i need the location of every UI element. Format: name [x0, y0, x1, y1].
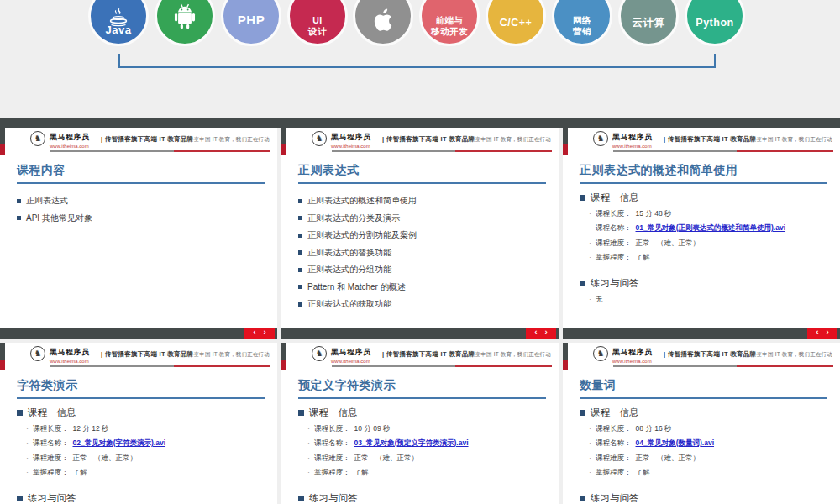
divider-band: [0, 118, 840, 128]
video-file-link[interactable]: 04_常见对象(数量词).avi: [636, 438, 715, 449]
slide-thumbnail-6[interactable]: ♞ 黑马程序员 www.itheima.com | 传智播客旗下高端 IT 教育…: [563, 343, 840, 504]
slide-nav[interactable]: ‹ ›: [244, 328, 275, 339]
prev-arrow-icon[interactable]: ‹: [534, 328, 537, 337]
prev-arrow-icon[interactable]: ‹: [816, 328, 818, 337]
slide-title: 数量词: [580, 378, 827, 393]
video-file-link[interactable]: 01_常见对象(正则表达式的概述和简单使用).avi: [636, 223, 786, 234]
square-bullet-icon: [580, 281, 585, 286]
qa-header: 练习与问答: [298, 492, 546, 504]
slide-nav[interactable]: ‹ ›: [526, 328, 556, 339]
topic-circle-frontend-mobile[interactable]: 前端与 移动开发: [419, 0, 480, 46]
square-bullet-icon: [298, 496, 304, 501]
brand-name: 黑马程序员: [612, 132, 653, 143]
title-rule: [580, 397, 827, 399]
slide-header: ♞ 黑马程序员 www.itheima.com | 传智播客旗下高端 IT 教育…: [563, 343, 840, 368]
brand-tagline: | 传智播客旗下高端 IT 教育品牌: [101, 135, 193, 144]
dot-bullet-icon: ·: [589, 468, 591, 476]
square-bullet-icon: [580, 496, 585, 501]
brand-name: 黑马程序员: [50, 132, 90, 143]
topic-label: 移动开发: [431, 26, 468, 36]
topic-circle-cloud[interactable]: 云计算: [618, 0, 679, 46]
brand-slogan: 改变中国 IT 教育，我们正在行动: [470, 136, 551, 144]
header-rule: [613, 365, 833, 367]
slide-nav[interactable]: ‹ ›: [807, 328, 837, 339]
dot-bullet-icon: ·: [589, 223, 591, 232]
topic-label: UI: [312, 15, 323, 25]
topic-circle-android[interactable]: [155, 0, 215, 46]
bullet-item: 正则表达式的分割功能及案例: [298, 229, 546, 241]
bullet-item: 正则表达式的概述和简单使用: [298, 195, 546, 207]
bullet-item: 正则表达式: [17, 195, 265, 207]
itheima-logo-icon: ♞: [593, 346, 608, 361]
topic-circle-python[interactable]: Python: [685, 0, 745, 46]
video-file-link[interactable]: 03_常见对象(预定义字符类演示).avi: [354, 438, 469, 449]
itheima-logo-icon: ♞: [312, 131, 327, 146]
dot-bullet-icon: ·: [589, 295, 591, 303]
topic-label: Python: [696, 17, 733, 36]
itheima-logo-icon: ♞: [30, 131, 45, 146]
slide-thumbnail-3[interactable]: ♞ 黑马程序员 www.itheima.com | 传智播客旗下高端 IT 教育…: [563, 128, 840, 339]
course-length-row: ·课程长度：15 分 48 秒: [589, 209, 827, 219]
qa-header: 练习与问答: [580, 277, 827, 290]
mastery-row: ·掌握程度：了解: [307, 468, 546, 478]
prev-arrow-icon[interactable]: ‹: [253, 328, 255, 337]
square-bullet-icon: [298, 250, 302, 255]
dot-bullet-icon: ·: [26, 468, 29, 476]
topic-circle-marketing[interactable]: 网络 营销: [552, 0, 612, 46]
topic-label: C/C++: [500, 17, 533, 36]
mastery-row: ·掌握程度：了解: [589, 253, 827, 263]
square-bullet-icon: [17, 410, 23, 416]
slide-title: 课程内容: [17, 163, 265, 178]
slide-thumbnail-5[interactable]: ♞ 黑马程序员 www.itheima.com | 传智播客旗下高端 IT 教育…: [281, 343, 559, 504]
slide-header: ♞ 黑马程序员 www.itheima.com | 传智播客旗下高端 IT 教育…: [0, 128, 277, 153]
brand-slogan: 改变中国 IT 教育，我们正在行动: [751, 136, 832, 144]
brand-name: 黑马程序员: [331, 132, 371, 143]
slide-title: 正则表达式的概述和简单使用: [580, 163, 827, 178]
topic-circle-ios[interactable]: [353, 0, 413, 46]
topic-label: 营销: [573, 26, 591, 36]
title-rule: [298, 182, 546, 184]
header-rule: [332, 150, 552, 152]
qa-header: 练习与问答: [17, 492, 265, 504]
mastery-row: ·掌握程度：了解: [589, 468, 827, 478]
mastery-row: ·掌握程度：了解: [26, 468, 265, 478]
next-arrow-icon[interactable]: ›: [827, 328, 829, 337]
dot-bullet-icon: ·: [589, 239, 591, 247]
header-rule: [332, 365, 552, 367]
bullet-item: 正则表达式的分组功能: [298, 264, 546, 276]
topic-circle-php[interactable]: PHP: [221, 0, 281, 46]
itheima-logo-icon: ♞: [30, 346, 45, 361]
dot-bullet-icon: ·: [307, 424, 310, 433]
next-arrow-icon[interactable]: ›: [264, 328, 266, 337]
topic-circle-c-cpp[interactable]: C/C++: [486, 0, 546, 46]
topic-circle-java[interactable]: Java: [88, 0, 149, 46]
square-bullet-icon: [298, 302, 302, 307]
brand-slogan: 改变中国 IT 教育，我们正在行动: [751, 351, 832, 359]
slide-thumbnail-4[interactable]: ♞ 黑马程序员 www.itheima.com | 传智播客旗下高端 IT 教育…: [0, 343, 277, 504]
topics-bracket: [118, 54, 716, 68]
square-bullet-icon: [298, 410, 304, 416]
qa-row: ·无: [589, 295, 827, 305]
dot-bullet-icon: ·: [26, 454, 29, 462]
brand-url: www.itheima.com: [50, 359, 90, 364]
square-bullet-icon: [17, 496, 23, 501]
square-bullet-icon: [580, 410, 585, 416]
slide-thumbnail-1[interactable]: ♞ 黑马程序员 www.itheima.com | 传智播客旗下高端 IT 教育…: [0, 128, 277, 339]
topic-label: 云计算: [633, 17, 665, 36]
section-header: 课程一信息: [580, 192, 827, 204]
brand-url: www.itheima.com: [331, 144, 371, 149]
bullet-item: 正则表达式的替换功能: [298, 247, 546, 259]
dot-bullet-icon: ·: [589, 454, 591, 462]
slide-thumbnail-2[interactable]: ♞ 黑马程序员 www.itheima.com | 传智播客旗下高端 IT 教育…: [281, 128, 559, 339]
next-arrow-icon[interactable]: ›: [545, 328, 548, 337]
topic-circle-ui-design[interactable]: UI 设计: [287, 0, 348, 46]
video-file-link[interactable]: 02_常见对象(字符类演示).avi: [73, 438, 166, 449]
bullet-item: 正则表达式的获取功能: [298, 298, 546, 310]
slide-header: ♞ 黑马程序员 www.itheima.com | 传智播客旗下高端 IT 教育…: [0, 343, 277, 368]
square-bullet-icon: [298, 199, 302, 203]
brand-name: 黑马程序员: [331, 347, 371, 358]
slide-footer: ‹ ›: [281, 328, 559, 339]
square-bullet-icon: [298, 268, 302, 272]
course-length-row: ·课程长度：12 分 12 秒: [26, 424, 265, 434]
itheima-logo-icon: ♞: [312, 346, 327, 361]
